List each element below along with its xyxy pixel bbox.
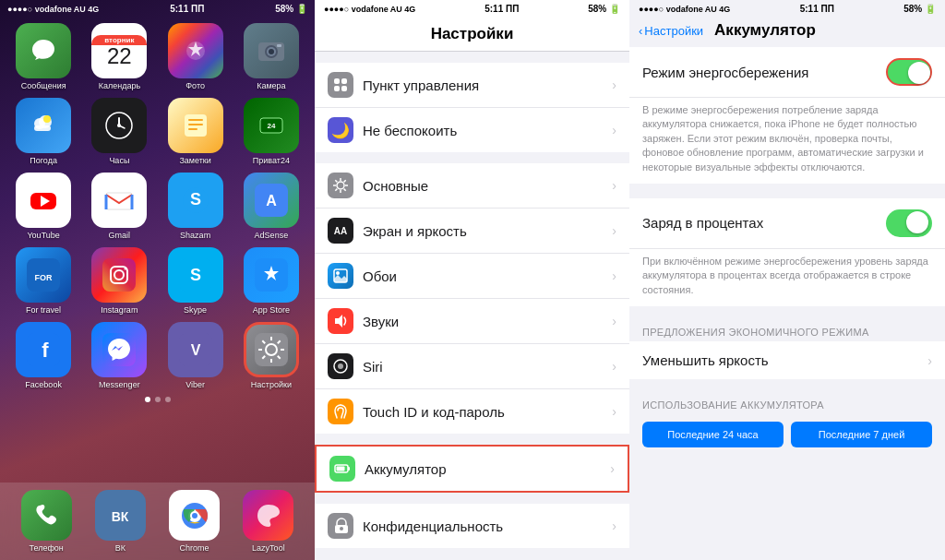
dock-chrome-label: Chrome xyxy=(180,543,209,553)
app-shazam-label: Shazam xyxy=(180,231,210,240)
sounds-icon xyxy=(328,308,353,334)
svg-text:ВК: ВК xyxy=(112,509,129,524)
settings-group-2: Основные › AA Экран и яркость › Обои › xyxy=(315,163,629,434)
settings-row-sounds[interactable]: Звуки › xyxy=(315,299,629,344)
battery-percentage-row[interactable]: Заряд в процентах xyxy=(629,198,945,249)
svg-text:V: V xyxy=(190,342,200,358)
battery-status-bar: ●●●●○ vodafone AU 4G 5:11 ПП 58% 🔋 xyxy=(629,0,945,18)
dnd-label: Не беспокоить xyxy=(363,123,603,138)
battery-chevron: › xyxy=(610,461,615,476)
svg-line-66 xyxy=(344,189,346,191)
display-chevron: › xyxy=(612,223,616,238)
app-camera[interactable]: Камера xyxy=(237,23,305,90)
app-photos[interactable]: Фото xyxy=(161,23,230,90)
app-viber[interactable]: V Viber xyxy=(161,322,230,389)
settings-row-privacy[interactable]: Конфиденциальность › xyxy=(315,504,629,548)
app-skype[interactable]: S Skype xyxy=(161,247,230,315)
settings-row-touchid[interactable]: Touch ID и код-пароль › xyxy=(315,389,629,434)
app-messenger[interactable]: Messenger xyxy=(85,322,153,389)
dock-phone-label: Телефон xyxy=(29,543,63,553)
app-facebook[interactable]: f Facebook xyxy=(9,322,78,389)
power-saving-toggle[interactable] xyxy=(886,58,932,86)
app-appstore-label: App Store xyxy=(253,305,290,315)
app-camera-label: Камера xyxy=(257,81,285,90)
app-notes[interactable]: Заметки xyxy=(161,98,230,165)
power-saving-section: Режим энергосбережения В режиме энергосб… xyxy=(629,47,945,184)
svg-rect-8 xyxy=(34,125,51,131)
app-privat24[interactable]: 24 Приват24 xyxy=(237,98,305,165)
svg-point-4 xyxy=(269,49,274,54)
general-label: Основные xyxy=(363,178,603,194)
settings-title: Настройки xyxy=(315,18,629,52)
general-chevron: › xyxy=(612,178,616,193)
settings-row-battery[interactable]: Аккумулятор › xyxy=(315,445,629,493)
svg-rect-74 xyxy=(348,467,350,471)
svg-rect-29 xyxy=(102,258,136,292)
dock-vk-label: ВК xyxy=(115,543,126,553)
carrier-home: ●●●●○ vodafone AU 4G xyxy=(7,5,99,14)
app-messages[interactable]: Сообщения xyxy=(9,23,78,90)
svg-rect-17 xyxy=(188,128,197,130)
svg-point-77 xyxy=(340,527,343,530)
wallpaper-icon xyxy=(328,263,353,289)
tab-24h[interactable]: Последние 24 часа xyxy=(642,422,784,447)
app-shazam[interactable]: S Shazam xyxy=(161,173,230,240)
app-weather[interactable]: Погода xyxy=(9,98,78,165)
dock-vk[interactable]: ВК ВК xyxy=(95,490,146,553)
battery-panel: ●●●●○ vodafone AU 4G 5:11 ПП 58% 🔋 ‹ Нас… xyxy=(629,0,945,560)
reduce-brightness-row[interactable]: Уменьшить яркость › xyxy=(629,341,945,379)
settings-row-control-center[interactable]: Пункт управления › xyxy=(315,63,629,108)
usage-section-header: ИСПОЛЬЗОВАНИЕ АККУМУЛЯТОРА xyxy=(629,394,945,414)
back-button[interactable]: ‹ Настройки xyxy=(639,24,703,38)
app-instagram-label: Instagram xyxy=(101,305,138,315)
home-screen: ●●●●○ vodafone AU 4G 5:11 ПП 58% 🔋 Сообщ… xyxy=(0,0,315,560)
display-label: Экран и яркость xyxy=(363,223,603,239)
carrier-settings: ●●●●○ vodafone AU 4G xyxy=(324,5,415,14)
app-fortravel[interactable]: FOR For travel xyxy=(9,247,78,315)
app-notes-label: Заметки xyxy=(179,156,210,165)
tab-7d[interactable]: Последние 7 дней xyxy=(791,422,932,447)
wallpaper-chevron: › xyxy=(612,268,616,283)
app-calendar-label: Календарь xyxy=(99,81,140,90)
svg-text:A: A xyxy=(266,193,277,209)
app-instagram[interactable]: Instagram xyxy=(85,247,153,315)
sounds-chevron: › xyxy=(612,314,616,328)
settings-row-siri[interactable]: Siri › xyxy=(315,344,629,389)
svg-line-68 xyxy=(335,189,337,191)
app-adsense[interactable]: A AdSense xyxy=(237,173,305,240)
dock-chrome[interactable]: Chrome xyxy=(169,490,220,553)
settings-group-1: Пункт управления › 🌙 Не беспокоить › xyxy=(315,63,629,152)
app-appstore[interactable]: App Store xyxy=(237,247,305,315)
power-saving-row[interactable]: Режим энергосбережения xyxy=(629,47,945,98)
settings-row-dnd[interactable]: 🌙 Не беспокоить › xyxy=(315,108,629,152)
app-youtube[interactable]: YouTube xyxy=(9,173,78,240)
battery-percentage-toggle[interactable] xyxy=(886,209,932,237)
back-chevron: ‹ xyxy=(639,24,642,38)
svg-text:f: f xyxy=(42,339,49,362)
app-clock-label: Часы xyxy=(109,156,129,165)
app-adsense-label: AdSense xyxy=(255,231,289,240)
control-center-icon xyxy=(328,72,353,98)
svg-rect-75 xyxy=(337,467,345,471)
time-home: 5:11 ПП xyxy=(170,4,204,14)
battery-icon xyxy=(329,456,355,482)
app-gmail[interactable]: Gmail xyxy=(85,173,153,240)
app-clock[interactable]: Часы xyxy=(85,98,153,165)
dock-phone[interactable]: Телефон xyxy=(21,490,72,553)
app-facebook-label: Facebook xyxy=(25,380,62,389)
app-gmail-label: Gmail xyxy=(109,231,131,240)
usage-tabs: Последние 24 часа Последние 7 дней xyxy=(642,422,932,447)
svg-line-65 xyxy=(335,180,337,182)
app-settings[interactable]: Настройки xyxy=(237,322,305,389)
svg-point-60 xyxy=(337,182,344,189)
app-calendar[interactable]: вторник 22 Календарь xyxy=(85,23,153,90)
settings-row-display[interactable]: AA Экран и яркость › xyxy=(315,209,629,254)
time-battery: 5:11 ПП xyxy=(800,4,834,14)
dock-lazytool[interactable]: LazyTool xyxy=(243,490,293,553)
back-label: Настройки xyxy=(644,24,703,38)
svg-text:S: S xyxy=(190,190,201,209)
page-dot-1 xyxy=(145,397,150,402)
settings-row-wallpaper[interactable]: Обои › xyxy=(315,254,629,299)
settings-row-general[interactable]: Основные › xyxy=(315,163,629,209)
general-icon xyxy=(328,173,353,198)
